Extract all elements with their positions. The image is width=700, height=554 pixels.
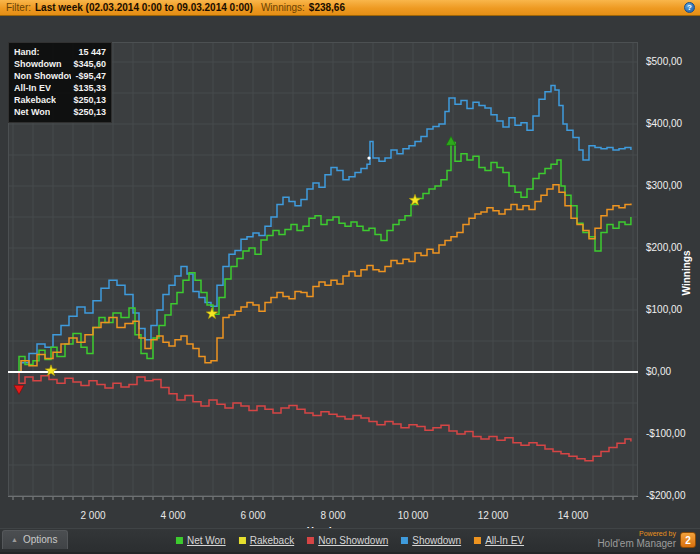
footer-bar: ▲Options Net WonRakebackNon ShowdownShow… [0,528,700,554]
legend-label: All-In EV [485,535,524,546]
y-tick-label: $400,00 [646,118,682,129]
help-icon[interactable]: ? [684,2,695,13]
chevron-up-icon: ▲ [11,536,18,543]
brand-name: Hold'em Manager [597,538,676,549]
winnings-graph[interactable]: $500,00$400,00$300,00$200,00$100,00$0,00… [0,16,700,528]
winnings-value: $238,66 [309,2,345,13]
tooltip-row: All-In EV$135,33 [14,82,106,94]
legend-item-all-in-ev[interactable]: All-In EV [474,535,524,546]
hm2-graph-window: { "top_bar": { "filter_label": "Filter:"… [0,0,700,554]
y-tick-label: $500,00 [646,56,682,67]
winnings-label: Winnings: [261,2,305,13]
x-tick-label: 6 000 [225,510,281,521]
y-tick-label: $200,00 [646,242,682,253]
tooltip-row: Showdown$345,60 [14,58,106,70]
y-tick-label: $300,00 [646,180,682,191]
legend-swatch-icon [401,537,408,544]
options-button[interactable]: ▲Options [2,530,68,549]
y-tick-label: $100,00 [646,304,682,315]
tooltip-row: Non Showdown-$95,47 [14,70,106,82]
legend-label: Rakeback [250,535,294,546]
legend-label: Net Won [187,535,226,546]
legend-swatch-icon [176,537,183,544]
y-tick-label: $0,00 [646,366,671,377]
legend-label: Showdown [412,535,461,546]
legend-swatch-icon [239,537,246,544]
y-tick-label: -$200,00 [646,490,685,501]
y-tick-label: -$100,00 [646,428,685,439]
legend-swatch-icon [307,537,314,544]
powered-by: Powered by Hold'em Manager 2 [597,530,696,549]
legend-item-net-won[interactable]: Net Won [176,535,226,546]
y-axis-title: Winnings [681,238,693,308]
x-tick-label: 4 000 [145,510,201,521]
powered-by-label: Powered by [639,530,676,538]
hm2-badge-icon: 2 [680,532,696,548]
hand-tooltip: Hand:15 447Showdown$345,60Non Showdown-$… [8,42,112,123]
tooltip-row: Net Won$250,13 [14,106,106,118]
dot-marker-icon [367,157,370,160]
legend-item-showdown[interactable]: Showdown [401,535,461,546]
x-tick-label: 8 000 [305,510,361,521]
filter-label: Filter: [6,2,31,13]
x-tick-label: 10 000 [385,510,441,521]
options-label: Options [23,534,57,545]
x-tick-label: 14 000 [545,510,601,521]
x-tick-label: 12 000 [465,510,521,521]
filter-bar: Filter: Last week (02.03.2014 0:00 to 09… [0,0,700,16]
legend-item-rakeback[interactable]: Rakeback [239,535,294,546]
tooltip-row: Hand:15 447 [14,46,106,58]
graph-legend: Net WonRakebackNon ShowdownShowdownAll-I… [176,535,524,546]
x-tick-label: 2 000 [65,510,121,521]
legend-label: Non Showdown [318,535,388,546]
tooltip-row: Rakeback$250,13 [14,94,106,106]
filter-value[interactable]: Last week (02.03.2014 0:00 to 09.03.2014… [35,2,253,13]
legend-item-non-showdown[interactable]: Non Showdown [307,535,388,546]
legend-swatch-icon [474,537,481,544]
